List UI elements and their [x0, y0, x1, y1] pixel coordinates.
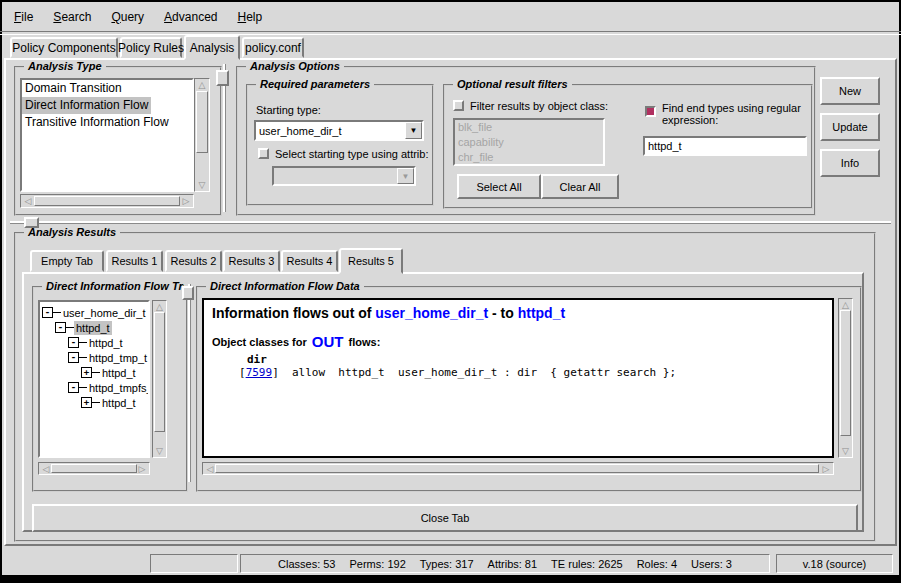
regex-checkbox[interactable] [645, 106, 656, 117]
select-all-button[interactable]: Select All [457, 174, 541, 199]
menu-search[interactable]: Search [43, 6, 101, 28]
menu-advanced[interactable]: Advanced [154, 6, 227, 28]
close-tab-button[interactable]: Close Tab [32, 504, 858, 532]
tab-policy-components[interactable]: Policy Components [10, 37, 118, 58]
sash-handle[interactable] [182, 286, 194, 300]
attrib-combobox[interactable]: ▼ [272, 166, 416, 186]
chevron-down-icon[interactable]: ▼ [405, 122, 422, 139]
flow-headline: Information flows out of user_home_dir_t… [212, 305, 824, 321]
tree-expander[interactable]: + [81, 397, 92, 408]
analysis-type-item[interactable]: Transitive Information Flow [22, 114, 172, 131]
scroll-thumb[interactable] [34, 196, 180, 206]
sash-handle[interactable] [216, 70, 229, 86]
object-class-item[interactable]: blk_file [455, 120, 495, 135]
tree-node-label[interactable]: httpd_tmp_t [87, 351, 149, 365]
tab-policy-rules[interactable]: Policy Rules [120, 37, 182, 58]
tab-policy-conf[interactable]: policy.conf [242, 37, 304, 58]
clear-all-button[interactable]: Clear All [541, 174, 619, 199]
tab-analysis[interactable]: Analysis [184, 35, 240, 60]
object-class-item[interactable]: chr_file [455, 150, 496, 165]
attrib-checkbox-row[interactable]: Select starting type using attrib: [258, 148, 428, 160]
scroll-thumb[interactable] [196, 91, 208, 153]
flow-tree: -user_home_dir_t -httpd_t -httpd_t -http… [38, 300, 150, 458]
tree-expander[interactable]: + [81, 367, 92, 378]
tree-node-label[interactable]: httpd_tmpfs_t [87, 381, 150, 395]
tree-hscrollbar[interactable]: ◁ ▷ [38, 462, 150, 475]
tree-expander[interactable]: - [55, 322, 66, 333]
tab-results-2[interactable]: Results 2 [165, 250, 222, 272]
tree-node-label[interactable]: user_home_dir_t [61, 306, 148, 320]
object-classes-line: Object classes for OUT flows: [212, 333, 824, 350]
rule-id-link[interactable]: 7599 [246, 366, 273, 379]
stat-users: Users: 3 [691, 558, 732, 570]
info-button[interactable]: Info [820, 149, 880, 177]
stat-te-rules: TE rules: 2625 [551, 558, 623, 570]
tab-empty-tab[interactable]: Empty Tab [30, 250, 104, 272]
rule-line: [7599] allow httpd_t user_home_dir_t : d… [239, 366, 824, 379]
scroll-thumb[interactable] [840, 310, 851, 436]
scroll-up-arrow[interactable]: △ [153, 302, 166, 312]
tree-expander[interactable]: - [68, 382, 79, 393]
version-label: v.18 (source) [803, 558, 866, 570]
update-button[interactable]: Update [820, 113, 880, 141]
menu-help[interactable]: Help [227, 6, 272, 28]
object-line-suffix: flows: [346, 336, 381, 348]
tree-node-label-selected[interactable]: httpd_t [74, 321, 112, 335]
tree-expander[interactable]: - [42, 307, 53, 318]
analysis-type-item[interactable]: Domain Transition [22, 80, 125, 97]
tree-expander[interactable]: - [68, 352, 79, 363]
menu-query[interactable]: Query [101, 6, 154, 28]
scroll-down-arrow[interactable]: ▽ [195, 180, 209, 190]
tree-expander[interactable]: - [68, 337, 79, 348]
scroll-up-arrow[interactable]: △ [195, 80, 209, 90]
scroll-right-arrow[interactable]: ▷ [820, 463, 832, 474]
starting-type-combobox[interactable]: user_home_dir_t ▼ [254, 120, 424, 141]
apol-window: File Search Query Advanced Help Policy C… [0, 0, 901, 583]
tab-results-5[interactable]: Results 5 [339, 248, 403, 274]
data-vscrollbar[interactable]: △ ▽ [838, 298, 853, 458]
tab-results-1[interactable]: Results 1 [106, 250, 163, 272]
object-class-checkbox-row[interactable]: Filter results by object class: [453, 100, 608, 112]
attrib-checkbox[interactable] [258, 148, 269, 159]
tab-results-3[interactable]: Results 3 [223, 250, 280, 272]
object-class-item[interactable]: capability [455, 135, 507, 150]
menu-file[interactable]: File [4, 6, 43, 28]
scroll-thumb[interactable] [215, 464, 819, 473]
regex-input[interactable] [643, 136, 807, 156]
data-hscrollbar[interactable]: ◁ ▷ [202, 462, 834, 475]
object-class-checkbox[interactable] [453, 100, 464, 111]
tree-node-label[interactable]: httpd_t [87, 336, 125, 350]
scroll-left-arrow[interactable]: ◁ [22, 195, 34, 207]
analysis-options-frame: Analysis Options Required parameters Sta… [236, 66, 816, 216]
analysis-type-vscrollbar[interactable]: △ ▽ [194, 78, 210, 192]
stat-attribs: Attribs: 81 [488, 558, 538, 570]
optional-filters-frame: Optional result filters Filter results b… [443, 84, 813, 209]
required-parameters-title: Required parameters [256, 78, 374, 90]
tab-results-4[interactable]: Results 4 [281, 250, 338, 272]
tree-node-label[interactable]: httpd_t [100, 366, 138, 380]
analysis-type-item-selected[interactable]: Direct Information Flow [22, 97, 151, 114]
scroll-right-arrow[interactable]: ▷ [180, 195, 192, 207]
tree-node-label[interactable]: httpd_t [100, 396, 138, 410]
scroll-up-arrow[interactable]: △ [839, 300, 852, 310]
sash-vertical [188, 284, 191, 482]
scroll-down-arrow[interactable]: ▽ [153, 446, 166, 456]
scroll-right-arrow[interactable]: ▷ [136, 463, 148, 474]
scroll-thumb[interactable] [154, 312, 165, 432]
starting-type-label: Starting type: [256, 104, 321, 116]
new-button[interactable]: New [820, 77, 880, 105]
tree-connector [79, 342, 87, 343]
tree-vscrollbar[interactable]: △ ▽ [152, 300, 167, 458]
menu-separator [0, 31, 901, 35]
status-stats-box: Classes: 53 Perms: 192 Types: 317 Attrib… [240, 554, 770, 573]
sash-handle[interactable] [24, 217, 39, 228]
window-border-bottom [0, 575, 901, 583]
attrib-checkbox-label: Select starting type using attrib: [275, 148, 428, 160]
stat-types: Types: 317 [420, 558, 474, 570]
analysis-type-hscrollbar[interactable]: ◁ ▷ [20, 194, 194, 208]
regex-checkbox-row[interactable]: Find end types using regular expression: [645, 102, 813, 126]
scroll-down-arrow[interactable]: ▽ [839, 446, 852, 456]
scroll-thumb[interactable] [51, 464, 137, 473]
required-parameters-frame: Required parameters Starting type: user_… [246, 84, 434, 206]
headline-prefix: Information flows out of [212, 305, 375, 321]
